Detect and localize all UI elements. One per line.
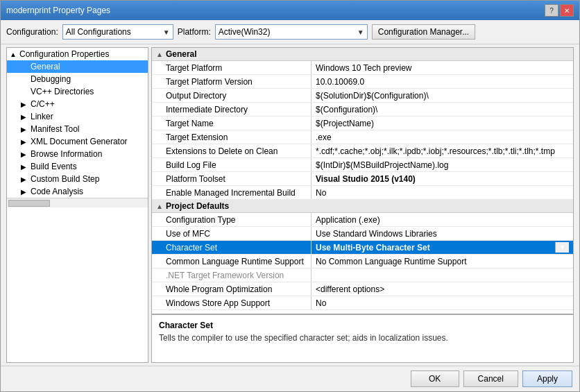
tree-item-label: Browse Information	[31, 149, 102, 159]
sidebar-item-linker[interactable]: ▶Linker	[7, 110, 148, 123]
table-row[interactable]: Build Log File$(IntDir)$(MSBuildProjectN…	[152, 158, 573, 172]
tree-item-label: General	[31, 62, 60, 71]
table-row[interactable]: Enable Managed Incremental BuildNo	[152, 186, 573, 200]
bottom-bar: OK Cancel Apply	[1, 366, 579, 391]
table-row[interactable]: .NET Target Framework Version	[152, 269, 573, 282]
sidebar-item-browse-info[interactable]: ▶Browse Information	[7, 148, 148, 160]
tree-arrow-icon: ▶	[21, 113, 31, 121]
desc-title: Character Set	[159, 321, 566, 330]
prop-name: Common Language Runtime Support	[152, 255, 312, 268]
section-project-defaults-header[interactable]: ▲ Project Defaults	[152, 200, 573, 213]
tree-arrow-icon: ▶	[21, 138, 31, 146]
prop-name: Build Log File	[152, 158, 312, 171]
prop-name: Whole Program Optimization	[152, 282, 312, 296]
prop-value: No Common Language Runtime Support	[312, 255, 573, 268]
prop-name: Character Set	[152, 241, 312, 254]
section-general-label: General	[166, 49, 197, 59]
tree-arrow-icon: ▶	[21, 188, 31, 196]
property-table: ▲ General Target PlatformWindows 10 Tech…	[152, 48, 573, 314]
table-row[interactable]: Output Directory$(SolutionDir)$(Configur…	[152, 89, 573, 103]
config-value: All Configurations	[66, 27, 131, 37]
table-row[interactable]: Target Name$(ProjectName)	[152, 117, 573, 130]
ok-button[interactable]: OK	[411, 370, 459, 387]
main-window: modernprint Property Pages ? ✕ Configura…	[0, 0, 580, 392]
horizontal-scrollbar[interactable]	[7, 198, 148, 207]
prop-value: .exe	[312, 130, 573, 144]
tree-arrow-icon: ▶	[21, 163, 31, 171]
prop-value: *.cdf;*.cache;*.obj;*.ilk;*.ipdb;*.iobj;…	[312, 144, 573, 157]
cancel-button[interactable]: Cancel	[463, 370, 518, 387]
tree-item-label: Manifest Tool	[31, 124, 79, 134]
config-label: Configuration:	[6, 27, 58, 37]
help-button[interactable]: ?	[545, 4, 558, 17]
title-bar: modernprint Property Pages ? ✕	[1, 1, 579, 20]
tree-arrow-icon: ▶	[21, 151, 31, 158]
sidebar-item-config-props[interactable]: ▲Configuration Properties	[7, 48, 148, 60]
section-general-arrow: ▲	[156, 51, 163, 58]
prop-value: Use Multi-Byte Character Set▼	[312, 241, 573, 254]
table-row[interactable]: Extensions to Delete on Clean*.cdf;*.cac…	[152, 144, 573, 158]
section-project-label: Project Defaults	[166, 201, 229, 211]
section-general-header[interactable]: ▲ General	[152, 48, 573, 61]
right-panel: ▲ General Target PlatformWindows 10 Tech…	[151, 47, 574, 363]
prop-value: $(Configuration)\	[312, 103, 573, 116]
sidebar-item-general[interactable]: General	[7, 60, 148, 73]
prop-value: <different options>	[312, 282, 573, 296]
table-row[interactable]: Intermediate Directory$(Configuration)\	[152, 103, 573, 117]
sidebar-item-debugging[interactable]: Debugging	[7, 73, 148, 85]
table-row[interactable]: Target Platform Version10.0.10069.0	[152, 75, 573, 89]
table-row[interactable]: Whole Program Optimization<different opt…	[152, 282, 573, 296]
prop-value: No	[312, 296, 573, 309]
close-button[interactable]: ✕	[560, 4, 574, 17]
table-row[interactable]: Target Extension.exe	[152, 130, 573, 144]
left-panel: ▲Configuration PropertiesGeneralDebuggin…	[6, 47, 148, 363]
config-arrow-icon: ▼	[163, 28, 170, 36]
prop-name: Platform Toolset	[152, 172, 312, 185]
prop-name: Target Platform Version	[152, 75, 312, 88]
prop-value: Windows 10 Tech preview	[312, 61, 573, 74]
tree-item-label: Linker	[31, 112, 53, 121]
tree-item-label: VC++ Directories	[31, 87, 94, 96]
tree-item-label: Custom Build Step	[31, 174, 99, 184]
prop-value: $(IntDir)$(MSBuildProjectName).log	[312, 158, 573, 171]
sidebar-item-code-analysis[interactable]: ▶Code Analysis	[7, 185, 148, 198]
prop-value: $(ProjectName)	[312, 117, 573, 130]
sidebar-item-manifest-tool[interactable]: ▶Manifest Tool	[7, 123, 148, 135]
prop-name: Target Name	[152, 117, 312, 130]
platform-arrow-icon: ▼	[357, 28, 364, 36]
tree-item-label: Configuration Properties	[19, 49, 109, 59]
sidebar-item-build-events[interactable]: ▶Build Events	[7, 160, 148, 173]
table-row[interactable]: Configuration TypeApplication (.exe)	[152, 213, 573, 227]
window-title: modernprint Property Pages	[6, 6, 110, 15]
prop-name: Output Directory	[152, 89, 312, 102]
apply-button[interactable]: Apply	[522, 370, 572, 387]
description-panel: Character Set Tells the compiler to use …	[152, 314, 573, 362]
platform-value: Active(Win32)	[219, 27, 271, 37]
sidebar-item-vc-dirs[interactable]: VC++ Directories	[7, 85, 148, 98]
platform-dropdown[interactable]: Active(Win32) ▼	[215, 24, 368, 40]
table-row[interactable]: Common Language Runtime SupportNo Common…	[152, 255, 573, 269]
table-row[interactable]: Character SetUse Multi-Byte Character Se…	[152, 241, 573, 255]
tree-item-label: Debugging	[31, 74, 71, 84]
prop-name: Target Extension	[152, 130, 312, 144]
tree-arrow-icon: ▶	[21, 101, 31, 108]
prop-name: Extensions to Delete on Clean	[152, 144, 312, 157]
configuration-dropdown[interactable]: All Configurations ▼	[62, 24, 173, 40]
desc-text: Tells the compiler to use the specified …	[159, 333, 566, 343]
config-manager-button[interactable]: Configuration Manager...	[372, 24, 475, 40]
prop-name: Target Platform	[152, 61, 312, 74]
sidebar-item-cpp[interactable]: ▶C/C++	[7, 98, 148, 110]
table-row[interactable]: Windows Store App SupportNo	[152, 296, 573, 310]
table-row[interactable]: Target PlatformWindows 10 Tech preview	[152, 61, 573, 75]
table-row[interactable]: Use of MFCUse Standard Windows Libraries	[152, 227, 573, 241]
prop-value: Application (.exe)	[312, 213, 573, 226]
tree-item-label: Code Analysis	[31, 187, 83, 196]
toolbar: Configuration: All Configurations ▼ Plat…	[1, 20, 579, 44]
table-row[interactable]: Platform ToolsetVisual Studio 2015 (v140…	[152, 172, 573, 186]
sidebar-item-custom-build[interactable]: ▶Custom Build Step	[7, 173, 148, 185]
tree-arrow-icon: ▶	[21, 126, 31, 133]
tree-arrow-icon: ▲	[10, 51, 19, 58]
dropdown-arrow-icon[interactable]: ▼	[555, 242, 569, 253]
title-bar-controls: ? ✕	[545, 4, 574, 17]
sidebar-item-xml-doc[interactable]: ▶XML Document Generator	[7, 135, 148, 148]
